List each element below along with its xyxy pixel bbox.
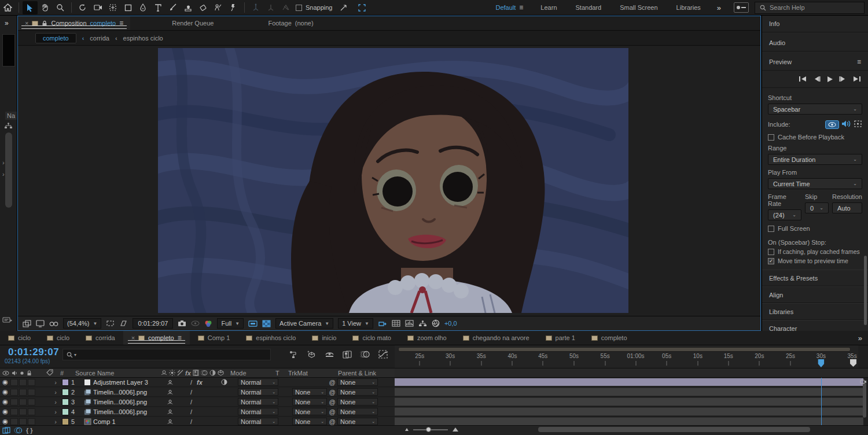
track-row-3[interactable] — [395, 397, 863, 407]
pen-tool[interactable] — [135, 1, 150, 14]
blend-mode-dropdown[interactable]: Normal⌄ — [238, 388, 278, 396]
exposure-value[interactable]: +0,0 — [444, 320, 457, 327]
histogram-icon[interactable] — [405, 320, 414, 327]
parent-link-column-header[interactable]: Parent & Link — [330, 370, 376, 377]
tab-render-queue[interactable]: Render Queue — [165, 16, 220, 30]
show-snapshot-icon[interactable] — [191, 320, 200, 326]
panel-menu-icon[interactable]: ≡ — [119, 19, 123, 27]
workspace-standard[interactable]: Standard — [567, 4, 611, 11]
cache-before-playback-checkbox[interactable] — [768, 134, 774, 141]
frame-rate-dropdown[interactable]: (24)⌄ — [768, 209, 801, 220]
previous-frame-button[interactable] — [812, 76, 821, 82]
breadcrumb-espinhos-ciclo[interactable]: espinhos ciclo — [123, 35, 163, 42]
draft-3d-icon[interactable] — [307, 350, 317, 360]
pickwhip-icon[interactable]: @ — [327, 408, 337, 415]
twirl-icon[interactable]: › — [52, 399, 60, 405]
eye-icon[interactable]: ◉ — [0, 418, 10, 425]
trkmat-dropdown[interactable]: None⌄ — [292, 398, 327, 405]
parent-dropdown[interactable]: None⌄ — [337, 388, 378, 396]
brush-tool[interactable] — [165, 1, 181, 14]
home-icon[interactable] — [0, 1, 15, 14]
help-search-input[interactable]: Search Help — [755, 2, 865, 14]
view-layout-dropdown[interactable]: 1 View▼ — [338, 318, 373, 329]
layer-name[interactable]: Comp 1 — [93, 418, 167, 425]
render-settings-icon[interactable] — [2, 316, 13, 325]
panel-tab-info[interactable]: Info — [762, 16, 868, 32]
fast-previews-icon[interactable] — [248, 320, 258, 327]
timeline-vertical-scrollbar[interactable] — [863, 383, 866, 418]
trkmat-dropdown[interactable]: None⌄ — [292, 388, 327, 396]
parent-dropdown[interactable]: None⌄ — [337, 378, 378, 386]
panel-tab-libraries[interactable]: Libraries — [762, 303, 868, 320]
twirl-icon[interactable]: › — [2, 171, 5, 178]
breadcrumb-corrida[interactable]: corrida — [90, 35, 109, 42]
workspace-switcher-icon[interactable] — [734, 2, 749, 13]
parent-dropdown[interactable]: None⌄ — [337, 408, 378, 415]
frame-blending-toggle-icon[interactable] — [2, 427, 10, 434]
timeline-tab[interactable]: inicio — [304, 331, 344, 345]
timeline-tab[interactable]: espinhos ciclo — [238, 331, 304, 345]
skip-dropdown[interactable]: 0⌄ — [805, 202, 829, 213]
pickwhip-icon[interactable]: @ — [327, 399, 337, 405]
pan-behind-tool[interactable] — [105, 1, 120, 14]
workspace-small-screen[interactable]: Small Screen — [610, 4, 667, 11]
current-timecode[interactable]: 0:01:29:07 — [8, 346, 59, 358]
blend-mode-dropdown[interactable]: Normal⌄ — [238, 408, 278, 415]
playhead-line[interactable] — [821, 378, 822, 425]
timeline-tab[interactable]: completo — [583, 331, 635, 345]
type-tool[interactable] — [150, 1, 165, 14]
parent-dropdown[interactable]: None⌄ — [337, 398, 378, 405]
timeline-tab[interactable]: ciclo — [39, 331, 78, 345]
preview-timecode[interactable]: 0:01:29:07 — [133, 318, 173, 329]
frame-blending-icon[interactable] — [343, 351, 352, 360]
twirl-icon[interactable]: › — [52, 418, 60, 425]
graph-editor-icon[interactable] — [378, 350, 388, 360]
mini-flowchart-icon[interactable] — [289, 351, 299, 360]
clone-stamp-tool[interactable] — [181, 1, 196, 14]
breadcrumb-completo[interactable]: completo — [35, 33, 76, 43]
layer-search-input[interactable]: ▾ — [62, 349, 271, 360]
blend-mode-dropdown[interactable]: Normal⌄ — [238, 418, 278, 425]
panel-tab-preview[interactable]: Preview ≡ — [762, 54, 868, 71]
composition-viewer[interactable] — [18, 46, 760, 316]
playhead-marker[interactable] — [818, 359, 824, 367]
puppet-pin-tool[interactable] — [226, 1, 241, 14]
eye-icon[interactable]: ◉ — [0, 378, 10, 386]
motion-blur-icon[interactable] — [360, 351, 370, 359]
work-area-bar[interactable] — [398, 347, 851, 352]
next-frame-button[interactable] — [839, 76, 847, 82]
twirl-icon[interactable]: › — [52, 389, 60, 396]
layer-row-2[interactable]: ◉ › 2 Timelin...0006].png / Normal⌄ None… — [0, 388, 395, 397]
last-frame-button[interactable] — [853, 76, 861, 82]
right-panel-scrollbar[interactable] — [864, 256, 867, 325]
source-name-column-header[interactable]: Source Name — [75, 370, 161, 377]
mini-flowchart-icon[interactable] — [418, 320, 427, 327]
project-scrollbar[interactable] — [5, 132, 12, 208]
shape-tool[interactable] — [120, 1, 135, 14]
play-from-dropdown[interactable]: Current Time⌄ — [768, 178, 862, 189]
region-of-interest-icon[interactable] — [106, 320, 115, 327]
zoom-out-mountain-icon[interactable] — [405, 428, 409, 431]
panel-tab-align[interactable]: Align — [762, 286, 868, 303]
twirl-icon[interactable]: › — [52, 408, 60, 415]
first-frame-button[interactable] — [799, 76, 807, 82]
t-column-header[interactable]: T — [275, 370, 288, 377]
layer-row-1[interactable]: ◉ › 1 Adjustment Layer 3 / fx Normal⌄ @ … — [0, 378, 395, 387]
mode-column-header[interactable]: Mode — [230, 370, 275, 377]
flowchart-icon[interactable] — [4, 122, 13, 130]
trkmat-dropdown[interactable]: None⌄ — [292, 408, 327, 415]
shortcut-dropdown[interactable]: Spacebar⌄ — [768, 104, 862, 115]
layer-row-3[interactable]: ◉ › 3 Timelin...0006].png / Normal⌄ None… — [0, 397, 395, 407]
pickwhip-icon[interactable]: @ — [327, 379, 337, 386]
timeline-tab[interactable]: Comp 1 — [190, 331, 238, 345]
workspace-overflow-icon[interactable]: » — [710, 3, 728, 12]
twirl-icon[interactable]: › — [52, 379, 60, 386]
eraser-tool[interactable] — [196, 1, 211, 14]
view-axis-mode-icon[interactable] — [278, 1, 293, 14]
panel-menu-icon[interactable]: ≡ — [857, 58, 861, 66]
include-overlays-icon[interactable] — [854, 120, 862, 129]
blend-mode-dropdown[interactable]: Normal⌄ — [238, 398, 278, 405]
panel-menu-icon[interactable]: ≡ — [178, 334, 182, 342]
timeline-tab[interactable]: zoom olho — [399, 331, 455, 345]
pickwhip-icon[interactable]: @ — [327, 389, 337, 396]
